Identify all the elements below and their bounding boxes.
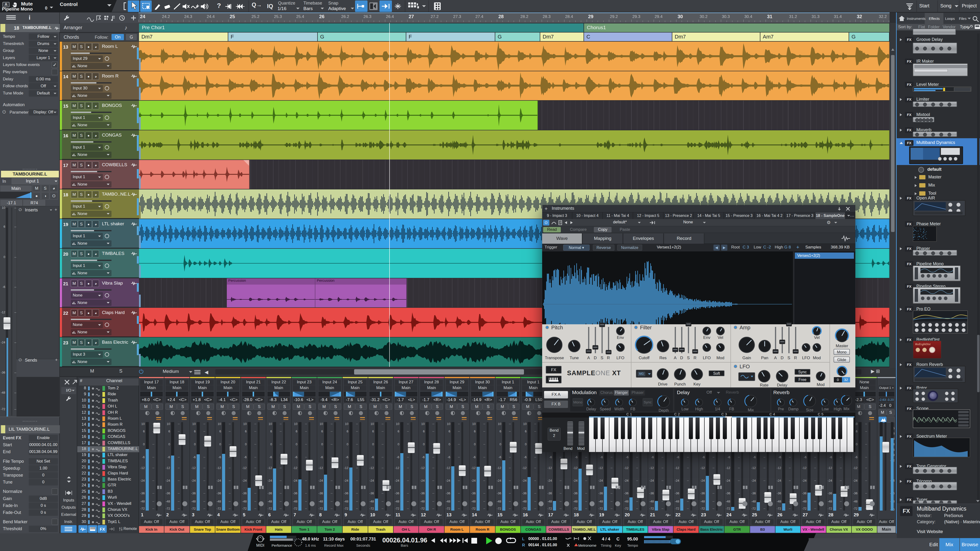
svg-text:FX: FX [100, 527, 105, 532]
